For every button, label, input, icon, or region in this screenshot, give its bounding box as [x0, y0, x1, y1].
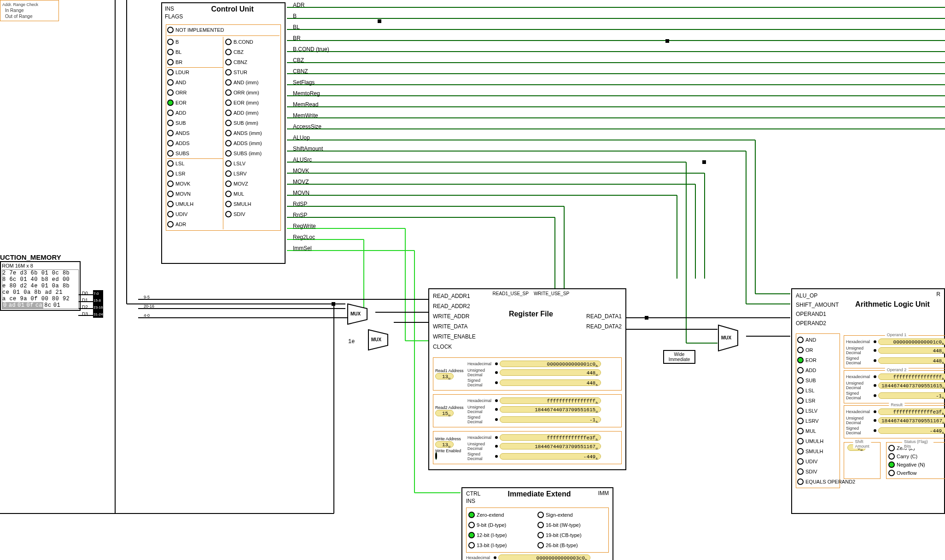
alu-shift-group: Shift Amount 0u — [844, 442, 881, 479]
led-b — [167, 39, 174, 45]
signal-label-adr: ADR — [293, 2, 304, 8]
led-sub — [797, 377, 804, 384]
cu-title: Control Unit — [183, 5, 282, 21]
signal-label-bl: BL — [293, 24, 300, 30]
led-ldur — [167, 69, 174, 76]
led-cbz — [225, 49, 232, 55]
signal-label-reg2loc: Reg2Loc — [293, 234, 315, 240]
signal-label-aluop: ALUop — [293, 134, 310, 141]
led-sub — [167, 120, 174, 126]
led-sub-imm- — [225, 120, 232, 126]
led-cbnz — [225, 59, 232, 65]
led-adds — [167, 140, 174, 146]
bit-lbl-a: 9-5 — [144, 295, 150, 299]
led-bl — [167, 49, 174, 55]
led-movz — [225, 181, 232, 187]
led-mul — [797, 428, 804, 434]
led-lsl — [167, 160, 174, 167]
alu-result-group: Result Hexadecimalfffffffffffffe3fh Unsi… — [844, 405, 945, 438]
led-br — [167, 59, 174, 65]
signal-label-movn: MOVN — [293, 190, 309, 196]
imm-title: Immediate Extend — [480, 490, 598, 498]
led-umulh — [797, 438, 804, 444]
svg-rect-59 — [645, 316, 648, 320]
svg-rect-60 — [332, 302, 335, 306]
signal-label-shiftamount: ShiftAmount — [293, 146, 323, 152]
led-movn — [167, 191, 174, 197]
regfile-write-group: Write Address 13u Write Enabled Hexadeci… — [433, 431, 622, 464]
led-subs-imm- — [225, 150, 232, 157]
rom-content: 2 7e d3 6b 01 0c 8b8 6c 01 40 b8 ed 00e … — [2, 269, 79, 309]
alu-title: Arithmetic Logic Unit — [846, 300, 939, 309]
rom-row: e 80 d2 4e 01 0a 8b — [2, 283, 78, 289]
addr-range-title: Addr. Range Check — [2, 2, 57, 7]
const-1e: 1e — [348, 338, 355, 345]
mux-3: MUX — [718, 325, 746, 352]
signal-label-accesssize: AccessSize — [293, 123, 321, 130]
led-or — [797, 347, 804, 353]
rom-row: 8 6c 01 40 b8 ed 00 — [2, 276, 78, 283]
svg-rect-56 — [378, 19, 381, 23]
signal-label-setflags: SetFlags — [293, 79, 315, 86]
led-smulh — [225, 201, 232, 207]
led-16-bit-iw-type- — [537, 522, 544, 528]
signal-label-cbnz: CBNZ — [293, 68, 308, 75]
led-stur — [225, 69, 232, 76]
signal-label-rdsp: RdSP — [293, 201, 307, 207]
led-eor — [167, 99, 174, 106]
instruction-memory-block: UCTION_MEMORY ROM 16M x 8 2 7e d3 6b 01 … — [0, 253, 81, 311]
led-add — [797, 367, 804, 373]
rom-row: 0ad010fca8c01 — [2, 302, 78, 309]
led-13-bit-i-type- — [468, 542, 475, 548]
led-12-bit-i-type- — [468, 532, 475, 538]
bit-lbl-b: 20-16 — [144, 304, 154, 309]
led-flag-n — [888, 461, 895, 468]
signal-label-b: B — [293, 13, 297, 19]
led-and — [797, 337, 804, 343]
led-equals-operand2 — [797, 478, 804, 485]
rom-row: ce 01 0a 8b ad 21 — [2, 289, 78, 296]
led-26-bit-b-type- — [537, 542, 544, 548]
signal-label-b-cond-true-: B.COND (true) — [293, 46, 329, 52]
svg-rect-57 — [665, 39, 669, 43]
led-mul — [225, 191, 232, 197]
signal-label-immsel: ImmSel — [293, 245, 312, 251]
led-lsrv — [797, 418, 804, 424]
wide-immediate-box: Wide Immediate — [663, 350, 695, 364]
signal-label-memread: MemRead — [293, 101, 318, 108]
mux-2: MUX — [368, 330, 396, 351]
led-and — [167, 79, 174, 86]
led-umulh — [167, 201, 174, 207]
led-add-imm- — [225, 110, 232, 116]
signal-label-regwrite: RegWrite — [293, 223, 316, 229]
led-ands — [167, 130, 174, 136]
led-and-imm- — [225, 79, 232, 86]
addr-range-box: Addr. Range Check In Range Out of Range — [0, 0, 59, 21]
led-b-cond — [225, 39, 232, 45]
led-eor-imm- — [225, 99, 232, 106]
instr-mem-title: UCTION_MEMORY — [0, 253, 81, 261]
signal-label-br: BR — [293, 35, 301, 41]
led-sign-extend — [537, 512, 544, 518]
signal-label-memwrite: MemWrite — [293, 112, 318, 119]
d-bits: 7-0 15-8 23-16 31-24 — [93, 290, 103, 318]
control-unit-block: INS FLAGS Control Unit NOT IMPLEMENTED B… — [161, 2, 286, 264]
led-orr-imm- — [225, 89, 232, 96]
led-orr — [167, 89, 174, 96]
regfile-read2-group: Read2 Address 15u Hexadecimalfffffffffff… — [433, 394, 622, 427]
led-19-bit-cb-type- — [537, 532, 544, 538]
signal-label-cbz: CBZ — [293, 57, 304, 64]
alu-op1-group: Operand 1 Hexadecimal00000000000001c0h U… — [844, 335, 945, 368]
cu-port-flags: FLAGS — [165, 13, 183, 21]
cu-port-ins: INS — [165, 5, 183, 13]
signal-label-rnsp: RnSP — [293, 212, 307, 218]
bit-lbl-c: 4-0 — [144, 313, 150, 318]
rom-row: 2 7e d3 6b 01 0c 8b — [2, 270, 78, 276]
d-ports: D0 D1 D2 D3 — [82, 290, 88, 318]
regfile-read1-group: Read1 Address 13u Hexadecimal00000000000… — [433, 357, 622, 391]
signal-label-memtoreg: MemtoReg — [293, 90, 320, 97]
led-eor — [797, 357, 804, 363]
led-lsl — [797, 387, 804, 394]
led-adr — [167, 221, 174, 228]
signal-label-movk: MOVK — [293, 168, 309, 174]
